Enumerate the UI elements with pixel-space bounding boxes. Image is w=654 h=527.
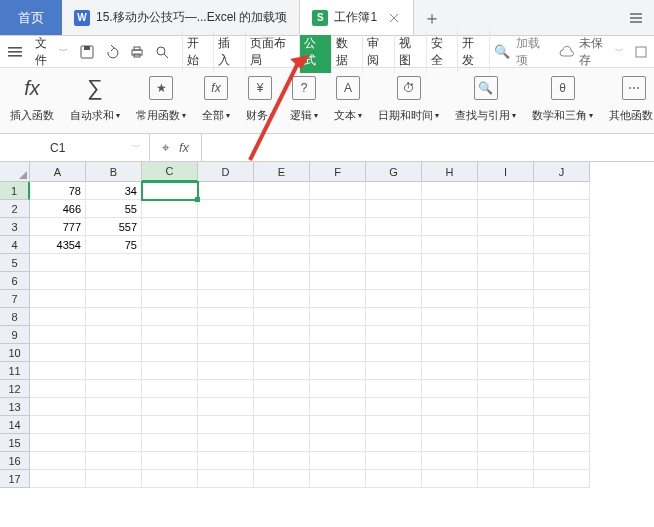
cell[interactable] [534, 272, 590, 290]
formula-input[interactable] [202, 134, 654, 161]
save-icon[interactable] [78, 42, 97, 62]
row-header[interactable]: 7 [0, 290, 30, 308]
cell[interactable] [366, 290, 422, 308]
cell[interactable] [366, 344, 422, 362]
column-header[interactable]: A [30, 162, 86, 182]
row-header[interactable]: 2 [0, 200, 30, 218]
row-header[interactable]: 1 [0, 182, 30, 200]
cell[interactable] [254, 290, 310, 308]
cell[interactable] [30, 470, 86, 488]
ribbon-group-1[interactable]: ∑自动求和▾ [64, 72, 126, 133]
row-header[interactable]: 8 [0, 308, 30, 326]
row-header[interactable]: 13 [0, 398, 30, 416]
row-header[interactable]: 16 [0, 452, 30, 470]
column-header[interactable]: J [534, 162, 590, 182]
cell[interactable] [86, 308, 142, 326]
cell[interactable] [254, 344, 310, 362]
tab-home[interactable]: 首页 [0, 0, 62, 35]
cell[interactable] [366, 308, 422, 326]
cell[interactable] [478, 326, 534, 344]
cell[interactable] [310, 380, 366, 398]
cell[interactable] [86, 434, 142, 452]
cell[interactable] [534, 452, 590, 470]
cell[interactable] [254, 398, 310, 416]
cell[interactable] [366, 362, 422, 380]
cell[interactable] [478, 362, 534, 380]
cell[interactable] [254, 254, 310, 272]
cell[interactable] [422, 326, 478, 344]
ribbon-tab-1[interactable]: 插入 [214, 31, 246, 73]
cell[interactable] [478, 416, 534, 434]
cell[interactable] [254, 380, 310, 398]
cell[interactable] [142, 272, 198, 290]
cell[interactable] [366, 416, 422, 434]
cell[interactable] [254, 236, 310, 254]
preview-icon[interactable] [153, 42, 172, 62]
cell[interactable] [422, 434, 478, 452]
ribbon-tab-4[interactable]: 数据 [332, 31, 364, 73]
row-header[interactable]: 14 [0, 416, 30, 434]
ribbon-group-2[interactable]: ★常用函数▾ [130, 72, 192, 133]
cell[interactable] [198, 200, 254, 218]
cell[interactable] [30, 398, 86, 416]
column-header[interactable]: C [142, 162, 198, 182]
cell[interactable] [478, 218, 534, 236]
cell[interactable] [30, 452, 86, 470]
tab-menu-icon[interactable] [618, 0, 654, 35]
file-menu[interactable]: 文件 ﹀ [31, 33, 72, 71]
name-box[interactable]: C1 ﹀ [0, 134, 150, 161]
cell[interactable] [198, 218, 254, 236]
cell[interactable] [478, 200, 534, 218]
cell[interactable] [422, 362, 478, 380]
cell[interactable] [310, 254, 366, 272]
cell[interactable] [310, 236, 366, 254]
cell[interactable] [86, 344, 142, 362]
cell[interactable] [86, 380, 142, 398]
ribbon-tab-2[interactable]: 页面布局 [246, 31, 300, 73]
ribbon-group-5[interactable]: ?逻辑▾ [284, 72, 324, 133]
cell[interactable] [198, 254, 254, 272]
cell[interactable] [254, 272, 310, 290]
fx-icon[interactable]: fx [179, 140, 189, 155]
ribbon-group-9[interactable]: θ数学和三角▾ [526, 72, 599, 133]
cell[interactable] [534, 344, 590, 362]
cell[interactable] [86, 290, 142, 308]
cell[interactable] [198, 470, 254, 488]
ribbon-tab-7[interactable]: 安全 [427, 31, 459, 73]
cell[interactable] [198, 362, 254, 380]
cell[interactable]: 777 [30, 218, 86, 236]
cell[interactable] [478, 182, 534, 200]
row-header[interactable]: 10 [0, 344, 30, 362]
cell[interactable] [310, 452, 366, 470]
cell[interactable] [142, 434, 198, 452]
cell[interactable] [366, 452, 422, 470]
cell[interactable] [198, 452, 254, 470]
cell[interactable] [30, 434, 86, 452]
cell[interactable] [310, 200, 366, 218]
cell[interactable] [422, 254, 478, 272]
cell[interactable] [30, 290, 86, 308]
cell[interactable] [142, 344, 198, 362]
cell[interactable] [198, 416, 254, 434]
cell[interactable] [422, 470, 478, 488]
cell[interactable] [478, 272, 534, 290]
cell[interactable] [254, 362, 310, 380]
cell[interactable]: 557 [86, 218, 142, 236]
cell[interactable] [366, 254, 422, 272]
cell[interactable] [30, 344, 86, 362]
cell[interactable] [142, 308, 198, 326]
cell[interactable] [478, 470, 534, 488]
cell[interactable] [310, 470, 366, 488]
cell[interactable] [422, 290, 478, 308]
cell[interactable]: 34 [86, 182, 142, 200]
cell[interactable] [310, 272, 366, 290]
cell[interactable] [366, 470, 422, 488]
cell[interactable] [366, 218, 422, 236]
cell[interactable] [310, 182, 366, 200]
cell[interactable] [534, 254, 590, 272]
row-header[interactable]: 12 [0, 380, 30, 398]
cell[interactable] [422, 200, 478, 218]
cell[interactable] [30, 326, 86, 344]
cell[interactable] [422, 416, 478, 434]
cell[interactable] [310, 362, 366, 380]
